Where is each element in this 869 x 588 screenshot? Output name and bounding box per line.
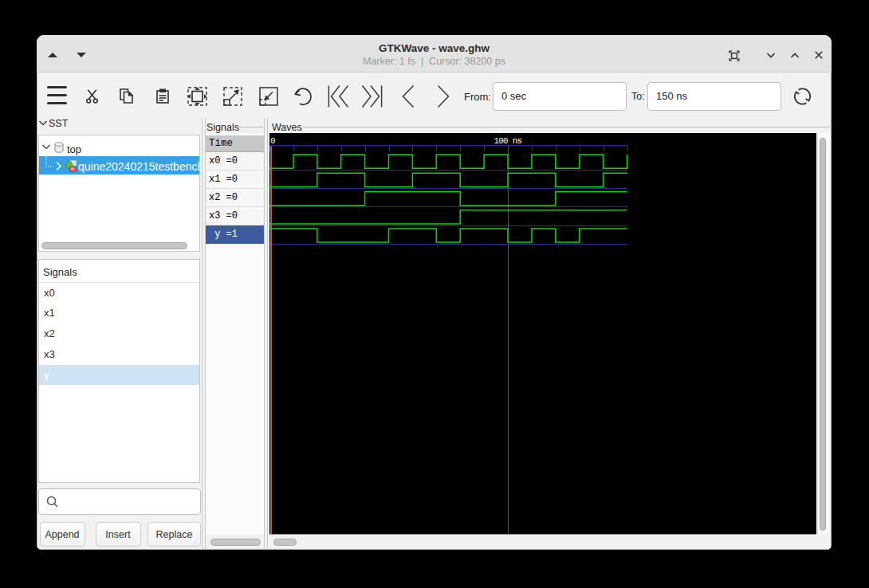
svg-text:0: 0: [270, 136, 276, 146]
svg-text:100 ns: 100 ns: [494, 136, 522, 146]
